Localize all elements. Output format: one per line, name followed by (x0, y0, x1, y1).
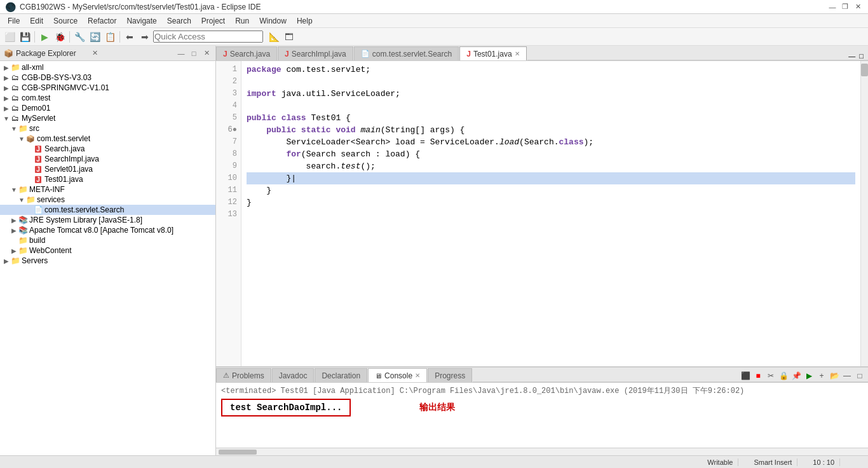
tree-item-14[interactable]: 📄com.test.servlet.Search (0, 205, 215, 215)
tree-arrow-0[interactable]: ▶ (3, 64, 10, 71)
pkg-minimize-btn[interactable]: — (176, 48, 186, 59)
tree-label-9: SearchImpl.java (44, 155, 99, 163)
tree-item-4[interactable]: ▶🗂Demo01 (0, 103, 215, 113)
tree-item-16[interactable]: ▶📚Apache Tomcat v8.0 [Apache Tomcat v8.0… (0, 225, 215, 235)
pkg-close-btn[interactable]: ✕ (201, 48, 212, 59)
menu-search[interactable]: Search (162, 15, 196, 27)
console-clear-btn[interactable]: ⬛ (740, 370, 751, 382)
menu-window[interactable]: Window (254, 15, 292, 27)
tree-arrow-19[interactable]: ▶ (3, 258, 10, 265)
code-content[interactable]: package com.test.servlet; import java.ut… (241, 61, 860, 366)
tree-item-0[interactable]: ▶📁all-xml (0, 62, 215, 72)
horizontal-scrollbar[interactable] (216, 448, 868, 455)
tree-label-18: WebContent (29, 246, 72, 255)
code-editor[interactable]: 1 2 3 4 5 6● 7 8 9 10 11 12 13 package c… (216, 61, 868, 366)
editor-maximize-btn[interactable]: □ (857, 52, 865, 60)
tree-item-18[interactable]: ▶📁WebContent (0, 245, 215, 256)
h-scrollbar-thumb[interactable] (219, 450, 257, 455)
maximize-button[interactable]: ❐ (840, 2, 850, 12)
pkg-maximize-btn[interactable]: □ (189, 48, 199, 59)
save-button[interactable]: 💾 (18, 30, 32, 44)
console-new-btn[interactable]: + (816, 370, 827, 382)
bottom-tab-declaration[interactable]: Declaration (315, 368, 367, 382)
console-disconnect-btn[interactable]: ✂ (765, 370, 776, 382)
tree-icon-19: 📁 (10, 256, 20, 265)
tree-item-5[interactable]: ▼🗂MyServlet (0, 113, 215, 123)
tree-arrow-18[interactable]: ▶ (10, 247, 18, 254)
menu-navigate[interactable]: Navigate (121, 15, 161, 27)
menu-source[interactable]: Source (48, 15, 83, 27)
bottom-min-btn[interactable]: — (841, 370, 853, 382)
toolbar-btn-2[interactable]: 🔄 (88, 30, 102, 44)
bottom-tab-javadoc[interactable]: Javadoc (272, 368, 315, 382)
toolbar-btn-3[interactable]: 📋 (103, 30, 117, 44)
tree-item-7[interactable]: ▼📦com.test.servlet (0, 134, 215, 144)
menu-run[interactable]: Run (230, 15, 254, 27)
console-pin-btn[interactable]: 📌 (790, 370, 802, 382)
tree-item-9[interactable]: JSearchImpl.java (0, 154, 215, 164)
menu-project[interactable]: Project (196, 15, 230, 27)
tree-arrow-4[interactable]: ▶ (3, 105, 10, 112)
console-stop-btn[interactable]: ■ (752, 370, 764, 382)
tree-item-19[interactable]: ▶📁Servers (0, 256, 215, 266)
quick-access-input[interactable] (153, 31, 263, 43)
tree-item-15[interactable]: ▶📚JRE System Library [JavaSE-1.8] (0, 215, 215, 225)
toolbar-separator-2 (69, 31, 70, 43)
tree-arrow-5[interactable]: ▼ (3, 115, 10, 122)
tree-icon-5: 🗂 (10, 114, 20, 123)
declaration-label: Declaration (322, 371, 360, 380)
tab-test01-java[interactable]: J Test01.java ✕ (459, 46, 526, 60)
tree-item-10[interactable]: JServlet01.java (0, 164, 215, 174)
tree-arrow-2[interactable]: ▶ (3, 85, 10, 92)
menu-file[interactable]: File (3, 15, 25, 27)
console-scroll-lock-btn[interactable]: 🔒 (778, 370, 789, 382)
tree-item-2[interactable]: ▶🗂CGB-SPRINGMVC-V1.01 (0, 83, 215, 93)
run-button[interactable]: ▶ (37, 30, 51, 44)
menu-help[interactable]: Help (292, 15, 318, 27)
toolbar-btn-1[interactable]: 🔧 (72, 30, 86, 44)
toolbar-btn-4[interactable]: ⬅ (123, 30, 137, 44)
tree-item-13[interactable]: ▼📁services (0, 195, 215, 205)
tree-item-1[interactable]: ▶🗂CGB-DB-SYS-V3.03 (0, 72, 215, 83)
bottom-tab-problems[interactable]: ⚠ Problems (216, 368, 271, 382)
tab-search-java-icon: J (223, 50, 227, 59)
bottom-tab-progress[interactable]: Progress (428, 368, 472, 382)
perspective-btn[interactable]: 📐 (267, 30, 281, 44)
tree-arrow-6[interactable]: ▼ (10, 125, 18, 132)
scrollbar-thumb[interactable] (861, 64, 868, 76)
menu-refactor[interactable]: Refactor (83, 15, 121, 27)
tree-arrow-16[interactable]: ▶ (10, 227, 18, 234)
console-tab-close[interactable]: ✕ (415, 372, 420, 379)
tree-item-3[interactable]: ▶🗂com.test (0, 93, 215, 103)
close-button[interactable]: ✕ (853, 2, 863, 12)
minimize-button[interactable]: — (827, 2, 837, 12)
menu-edit[interactable]: Edit (25, 15, 48, 27)
console-run-btn[interactable]: ▶ (803, 370, 815, 382)
tree-arrow-1[interactable]: ▶ (3, 74, 10, 81)
tab-search-java[interactable]: J Search.java (216, 46, 277, 60)
toolbar-btn-5[interactable]: ➡ (138, 30, 152, 44)
debug-button[interactable]: 🐞 (53, 30, 67, 44)
bottom-max-btn[interactable]: □ (854, 370, 865, 382)
vertical-scrollbar[interactable] (860, 61, 868, 366)
tab-com-test-servlet-search[interactable]: 📄 com.test.servlet.Search (354, 46, 459, 60)
tree-arrow-3[interactable]: ▶ (3, 95, 10, 102)
tree-item-11[interactable]: JTest01.java (0, 174, 215, 184)
tab-searchimpl-java[interactable]: J SearchImpl.java (278, 46, 353, 60)
console-open-btn[interactable]: 📂 (829, 370, 840, 382)
tree-arrow-7[interactable]: ▼ (18, 135, 25, 142)
tree-arrow-12[interactable]: ▼ (10, 186, 18, 193)
editor-minimize-btn[interactable]: — (846, 52, 857, 60)
tab-servlet-search-icon: 📄 (361, 50, 370, 58)
new-button[interactable]: ⬜ (3, 30, 17, 44)
tree-item-17[interactable]: 📁build (0, 235, 215, 245)
bottom-tab-console[interactable]: 🖥 Console ✕ (368, 368, 427, 382)
tree-item-8[interactable]: JSearch.java (0, 144, 215, 154)
restore-btn[interactable]: 🗔 (282, 30, 296, 44)
tree-arrow-13[interactable]: ▼ (18, 196, 25, 203)
tree-arrow-15[interactable]: ▶ (10, 217, 18, 224)
tree-item-6[interactable]: ▼📁src (0, 123, 215, 134)
tree-item-12[interactable]: ▼📁META-INF (0, 184, 215, 195)
pkg-header-x-icon: ✕ (92, 49, 98, 57)
tab-test01-close[interactable]: ✕ (515, 50, 520, 57)
